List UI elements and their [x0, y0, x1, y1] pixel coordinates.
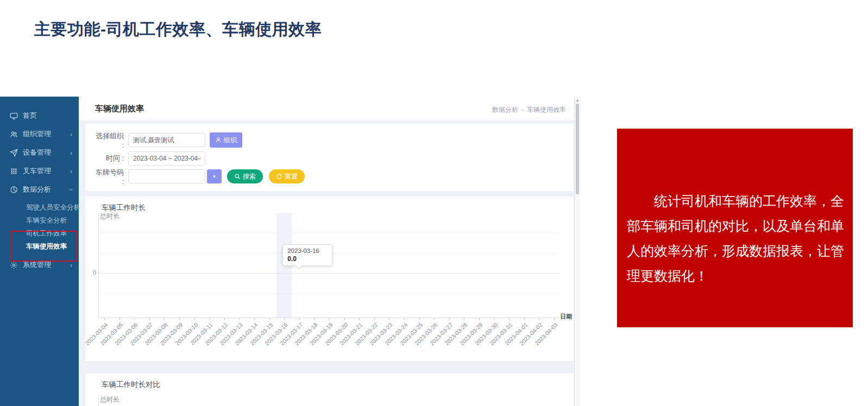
- breadcrumb-current: 车辆使用效率: [527, 106, 566, 113]
- x-tick: [194, 318, 195, 320]
- sidebar-subitem-driver-safety-analysis[interactable]: 驾驶人员安全分析: [0, 201, 79, 214]
- sidebar-item-label: 数据分析: [23, 185, 51, 194]
- x-tick: [554, 318, 555, 320]
- breadcrumb: 数据分析›车辆使用效率: [492, 105, 566, 115]
- chevron-down-icon: ›: [67, 188, 74, 191]
- plate-label: 车牌号码 :: [92, 168, 124, 186]
- sidebar-item-label: 叉车管理: [23, 166, 51, 176]
- x-tick: [389, 318, 389, 320]
- org-button-label: 组织: [224, 136, 237, 145]
- x-tick: [344, 318, 345, 320]
- x-tick: [449, 318, 450, 320]
- callout-panel: 统计司机和车辆的工作效率，全部车辆和司机的对比，以及单台和单人的效率分析，形成数…: [617, 129, 853, 327]
- tooltip-arrow-icon: [295, 262, 302, 269]
- sidebar-item-device-management[interactable]: 设备管理›: [0, 145, 79, 160]
- chart2-y-axis-line: [98, 396, 99, 406]
- sidebar-subitem-vehicle-safety-analysis[interactable]: 车辆安全分析: [0, 214, 79, 227]
- main-content: 车辆使用效率 数据分析›车辆使用效率 选择组织 : 组织 时间 :: [79, 97, 580, 406]
- x-tick: [479, 318, 480, 320]
- x-tick: [239, 318, 240, 320]
- content-topbar: 车辆使用效率 数据分析›车辆使用效率: [79, 97, 580, 120]
- filter-row-time: 时间 :: [85, 151, 574, 166]
- chart-card-vehicle-work-hours-compare: 车辆工作时长对比 总时长: [85, 373, 574, 406]
- tooltip-value: 0.0: [287, 255, 328, 263]
- scrollbar-up-arrow-icon[interactable]: ▲: [575, 98, 580, 102]
- chart-tooltip: 2023-03-16 0.0: [282, 244, 332, 266]
- x-tick: [314, 318, 315, 320]
- breadcrumb-separator-icon: ›: [521, 106, 524, 113]
- chart-card-vehicle-work-hours: 车辆工作时长 总时长 0 2023-03-16 0.0: [85, 196, 574, 361]
- sidebar-item-org-management[interactable]: 组织管理›: [0, 127, 79, 141]
- x-tick: [539, 318, 539, 320]
- scrollbar[interactable]: ▲: [574, 97, 580, 406]
- user-icon: [215, 137, 222, 143]
- org-label: 选择组织 :: [92, 131, 124, 149]
- refresh-icon: [276, 173, 282, 180]
- x-tick: [179, 318, 180, 320]
- callout-text: 统计司机和车辆的工作效率，全部车辆和司机的对比，以及单台和单人的效率分析，形成数…: [617, 129, 853, 288]
- sidebar: 首页组织管理›设备管理›叉车管理›数据分析›驾驶人员安全分析车辆安全分析司机工作…: [0, 97, 79, 406]
- caret-down-icon: ▼: [212, 174, 217, 179]
- filter-row-org: 选择组织 : 组织: [85, 132, 574, 148]
- gridline: [99, 293, 559, 294]
- rocket-icon: [10, 149, 18, 157]
- sidebar-item-data-analysis[interactable]: 数据分析›: [0, 182, 79, 196]
- org-input[interactable]: [128, 133, 205, 147]
- breadcrumb-parent[interactable]: 数据分析: [492, 106, 518, 113]
- chart2-title: 车辆工作时长对比: [102, 380, 160, 390]
- x-tick: [284, 318, 285, 320]
- chevron-right-icon: ›: [70, 149, 72, 156]
- scrollbar-thumb[interactable]: [576, 104, 579, 194]
- y-axis-label: 总时长: [100, 212, 119, 221]
- x-tick: [419, 318, 420, 320]
- sidebar-subitem-driver-work-efficiency[interactable]: 司机工作效率: [0, 227, 79, 240]
- x-tick: [464, 318, 464, 320]
- sidebar-item-home[interactable]: 首页: [0, 109, 79, 123]
- x-tick: [224, 318, 225, 320]
- x-tick: [329, 318, 330, 320]
- chart2-y-axis-label: 总时长: [100, 395, 119, 404]
- x-tick: [254, 318, 255, 320]
- x-tick: [404, 318, 405, 320]
- y-tick-zero: 0: [86, 269, 96, 276]
- x-tick: [104, 318, 105, 320]
- chevron-right-icon: ›: [70, 168, 72, 175]
- x-tick: [164, 318, 165, 320]
- reset-button-label: 重置: [285, 172, 298, 181]
- plate-dropdown-button[interactable]: ▼: [207, 169, 222, 183]
- gear-icon: [10, 261, 18, 269]
- x-tick: [434, 318, 435, 320]
- pie-chart-icon: [10, 186, 18, 194]
- time-label: 时间 :: [92, 154, 124, 163]
- time-range-input[interactable]: [128, 151, 205, 166]
- slide: 主要功能-司机工作效率、车辆使用效率 首页组织管理›设备管理›叉车管理›数据分析…: [0, 0, 868, 406]
- sidebar-item-forklift-management[interactable]: 叉车管理›: [0, 164, 79, 178]
- search-icon: [234, 173, 241, 180]
- chevron-right-icon: ›: [70, 131, 72, 138]
- grid-icon: [10, 167, 18, 175]
- x-tick: [119, 318, 120, 320]
- x-tick: [269, 318, 270, 320]
- organization-icon: [10, 130, 18, 138]
- org-button[interactable]: 组织: [210, 132, 242, 148]
- sidebar-subitem-vehicle-usage-efficiency[interactable]: 车辆使用效率: [0, 240, 79, 253]
- sidebar-item-label: 设备管理: [23, 148, 51, 157]
- x-tick: [374, 318, 375, 320]
- gridline: [99, 233, 559, 233]
- sidebar-item-system-management[interactable]: 系统管理›: [0, 258, 79, 272]
- filter-row-plate: 车牌号码 : ▼ 搜索 重置: [85, 169, 574, 184]
- x-tick: [209, 318, 210, 320]
- sidebar-item-label: 系统管理: [23, 260, 51, 270]
- search-button-label: 搜索: [243, 172, 256, 181]
- x-tick: [359, 318, 360, 320]
- search-button[interactable]: 搜索: [227, 169, 263, 183]
- monitor-icon: [10, 112, 18, 120]
- sidebar-item-label: 首页: [23, 111, 37, 120]
- app-screenshot: 首页组织管理›设备管理›叉车管理›数据分析›驾驶人员安全分析车辆安全分析司机工作…: [0, 97, 580, 406]
- plate-input[interactable]: [128, 169, 205, 183]
- y-axis-line: [98, 213, 99, 318]
- reset-button[interactable]: 重置: [269, 169, 305, 183]
- x-tick: [149, 318, 150, 320]
- x-tick: [509, 318, 510, 320]
- zero-gridline: [99, 273, 559, 274]
